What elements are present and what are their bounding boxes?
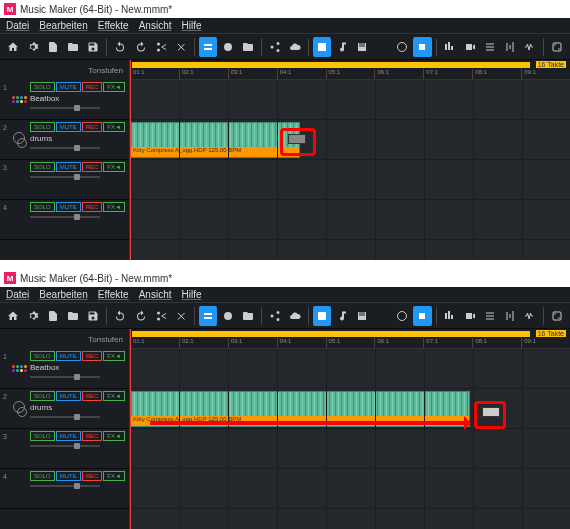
track-4[interactable]: 4 SOLOMUTERECFX◄ [0,200,129,240]
menu-bearbeiten[interactable]: Bearbeiten [39,20,87,31]
sliders-icon[interactable] [373,37,391,57]
track-4[interactable]: 4 SOLOMUTERECFX◄ [0,469,129,509]
menu-effekte[interactable]: Effekte [98,289,129,300]
volume-slider[interactable] [30,176,100,178]
track-header: Tonstufen [0,60,129,80]
menu-bearbeiten[interactable]: Bearbeiten [39,289,87,300]
ruler[interactable]: 16 Takte 01:1 02:1 03:1 04:1 05:1 06:1 0… [130,60,570,80]
highlight-box [474,401,506,429]
menu-effekte[interactable]: Effekte [98,20,129,31]
tool-blue-1-icon[interactable] [199,306,217,326]
new-icon[interactable] [44,37,62,57]
redo-icon[interactable] [131,306,149,326]
folder-icon[interactable] [239,306,257,326]
undo-icon[interactable] [111,306,129,326]
sliders-icon[interactable] [373,306,391,326]
open-icon[interactable] [64,306,82,326]
tool-blue-3-icon[interactable] [413,37,431,57]
cloud-icon[interactable] [286,306,304,326]
arrange-area[interactable]: 16 Takte 01:1 02:1 03:1 04:1 05:1 06:1 0… [130,60,570,260]
piano-icon[interactable] [353,37,371,57]
music-icon[interactable] [333,37,351,57]
menu-ansicht[interactable]: Ansicht [139,20,172,31]
dice-icon[interactable] [548,37,566,57]
tool-blue-2-icon[interactable] [313,306,331,326]
volume-slider[interactable] [30,147,100,149]
open-icon[interactable] [64,37,82,57]
undo-icon[interactable] [111,37,129,57]
ruler-label: 16 Takte [536,61,566,68]
list-icon[interactable] [481,306,499,326]
dice-icon[interactable] [548,306,566,326]
playhead[interactable] [130,60,131,260]
track-3[interactable]: 3 SOLOMUTERECFX◄ [0,429,129,469]
share-icon[interactable] [266,37,284,57]
piano-icon[interactable] [353,306,371,326]
bars-icon[interactable] [440,306,458,326]
cut-icon[interactable] [152,37,170,57]
menu-datei[interactable]: Datei [6,289,29,300]
volume-slider[interactable] [30,376,100,378]
new-icon[interactable] [44,306,62,326]
menu-hilfe[interactable]: Hilfe [181,20,201,31]
volume-slider[interactable] [30,485,100,487]
fx-button[interactable]: FX◄ [103,82,125,92]
window-title: Music Maker (64-Bit) - New.mmm* [20,4,172,15]
save-icon[interactable] [84,37,102,57]
music-icon[interactable] [333,306,351,326]
eq-icon[interactable] [501,37,519,57]
eq-icon[interactable] [501,306,519,326]
tool-blue-2-icon[interactable] [313,37,331,57]
record-icon[interactable] [219,306,237,326]
video-icon[interactable] [461,37,479,57]
volume-slider[interactable] [30,416,100,418]
folder-icon[interactable] [239,37,257,57]
list-icon[interactable] [481,37,499,57]
share-icon[interactable] [266,306,284,326]
delete-icon[interactable] [172,37,190,57]
video-icon[interactable] [461,306,479,326]
ruler[interactable]: 16 Takte 01:1 02:1 03:1 04:1 05:1 06:1 0… [130,329,570,349]
fx-icon[interactable] [393,37,411,57]
tool-blue-1-icon[interactable] [199,37,217,57]
wave-icon[interactable] [521,306,539,326]
svg-rect-1 [318,43,326,51]
ruler-label: 16 Takte [536,330,566,337]
menu-hilfe[interactable]: Hilfe [181,289,201,300]
wave-icon[interactable] [521,37,539,57]
home-icon[interactable] [4,37,22,57]
rec-button[interactable]: REC [82,82,103,92]
bars-icon[interactable] [440,37,458,57]
tool-blue-3-icon[interactable] [413,306,431,326]
loop-region[interactable] [132,331,530,337]
volume-slider[interactable] [30,216,100,218]
menu-datei[interactable]: Datei [6,20,29,31]
audio-clip[interactable]: Kitty Compress A_ogg.HDP 125.00 BPM [130,122,300,158]
menubar: Datei Bearbeiten Effekte Ansicht Hilfe [0,18,570,34]
gear-icon[interactable] [24,37,42,57]
home-icon[interactable] [4,306,22,326]
solo-button[interactable]: SOLO [30,82,55,92]
save-icon[interactable] [84,306,102,326]
loop-region[interactable] [132,62,530,68]
redo-icon[interactable] [131,37,149,57]
cut-icon[interactable] [152,306,170,326]
menu-ansicht[interactable]: Ansicht [139,289,172,300]
track-3[interactable]: 3 SOLOMUTERECFX◄ [0,160,129,200]
menubar: Datei Bearbeiten Effekte Ansicht Hilfe [0,287,570,303]
gear-icon[interactable] [24,306,42,326]
track-2[interactable]: 2 SOLOMUTERECFX◄ drums [0,120,129,160]
record-icon[interactable] [219,37,237,57]
arrange-area[interactable]: 16 Takte 01:1 02:1 03:1 04:1 05:1 06:1 0… [130,329,570,529]
track-2[interactable]: 2 SOLOMUTERECFX◄ drums [0,389,129,429]
volume-slider[interactable] [30,445,100,447]
cloud-icon[interactable] [286,37,304,57]
volume-slider[interactable] [30,107,100,109]
delete-icon[interactable] [172,306,190,326]
track-1[interactable]: 1 SOLOMUTERECFX◄ Beatbox [0,80,129,120]
mute-button[interactable]: MUTE [56,82,81,92]
track-1[interactable]: 1 SOLOMUTERECFX◄ Beatbox [0,349,129,389]
fx-icon[interactable] [393,306,411,326]
playhead[interactable] [130,329,131,529]
app-icon: M [4,3,16,15]
